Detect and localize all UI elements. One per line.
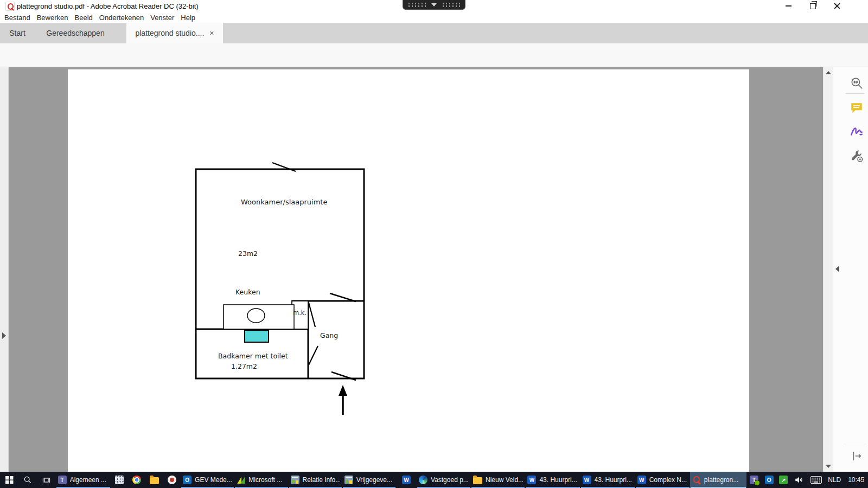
start-button[interactable] [0,472,18,488]
taskbar-item-chrome[interactable] [128,472,145,488]
living-room-label: Woonkamer/slaapruimte [241,198,327,206]
word-icon [583,476,591,484]
folder-icon [473,477,482,484]
menu-bewerken[interactable]: Bewerken [37,14,74,22]
tray-teams[interactable] [746,472,762,488]
title-bar: plattegrond studio.pdf - Adobe Acrobat R… [0,0,868,12]
menu-help[interactable]: Help [181,14,201,22]
tray-outlook[interactable] [762,472,776,488]
close-button[interactable] [825,0,849,11]
taskbar-item-word-huurprijs-2[interactable]: 43. Huurpri... [580,472,635,488]
calculator-icon [115,476,124,484]
living-room-area: 23m2 [238,249,258,258]
kitchen-label: Keuken [235,288,260,296]
search-icon [23,476,32,484]
taskbar-item-relatie[interactable]: Relatie Info... [289,472,342,488]
tab-document-label: plattegrond studio.... [135,29,204,37]
task-view-icon [42,476,51,485]
word-icon [402,476,411,484]
tray-volume[interactable] [791,472,807,488]
acrobat-icon [692,476,701,484]
screen-share-dock[interactable] [403,0,465,10]
taskbar-item-label: plattegron... [704,476,738,484]
window-title: plattegrond studio.pdf - Adobe Acrobat R… [17,2,199,10]
clock: 10:45 [848,476,864,484]
taskbar-item-label: Vastgoed p... [431,476,469,484]
fill-and-sign-icon[interactable] [850,124,864,138]
taskbar-item-folder-nieuw-veld[interactable]: Nieuw Veld... [471,472,525,488]
scroll-up-icon[interactable] [826,71,831,74]
pdf-page [68,69,749,472]
taskbar-item-label: 43. Huurpri... [595,476,632,484]
tab-gereedschappen[interactable]: Gereedschappen [35,23,116,43]
panel-divider [845,93,865,94]
taskbar-item-calculator[interactable] [111,472,128,488]
taskbar-item-outlook[interactable]: GEV Mede... [181,472,234,488]
more-tools-icon[interactable] [850,149,864,163]
hallway-label: Gang [320,331,338,339]
tab-close-icon[interactable]: × [209,29,214,37]
dynamics-icon [237,476,245,484]
comments-icon[interactable] [850,101,864,115]
menu-ondertekenen[interactable]: Ondertekenen [99,14,149,22]
search-document-icon[interactable] [850,76,864,90]
chrome-icon [132,476,141,484]
taskbar-item-pinned-app[interactable] [163,472,181,488]
tab-bar: Start Gereedschappen plattegrond studio.… [0,23,868,43]
taskbar-item-label: Nieuw Veld... [486,476,523,484]
restore-button[interactable] [801,0,825,11]
tray-touch-keyboard[interactable] [807,472,825,488]
left-panel-strip[interactable] [0,67,9,472]
windows-logo-icon [5,476,14,484]
minimize-button[interactable] [776,0,800,11]
taskbar-item-edge[interactable]: Vastgoed p... [417,472,471,488]
export-pdf-icon[interactable] [851,450,863,462]
tab-start[interactable]: Start [0,23,35,43]
menu-bestand[interactable]: Bestand [4,14,36,22]
taskbar-item-acrobat-active[interactable]: plattegron... [690,472,746,488]
taskbar-search-button[interactable] [18,472,37,488]
expand-right-panel-icon[interactable] [835,266,839,272]
restore-icon [810,3,816,9]
task-view-button[interactable] [37,472,55,488]
taskbar-item-label: Relatie Info... [303,476,340,484]
speaker-icon [794,475,804,485]
expand-left-panel-icon[interactable] [2,332,6,339]
menu-venster[interactable]: Venster [150,14,180,22]
shower-tray [245,330,269,342]
vertical-scrollbar[interactable] [823,67,833,472]
language-indicator: NLD [828,476,841,484]
crm-app-icon [291,476,299,484]
main-toolbar: 1 / 1 100% [0,43,868,67]
document-area [9,67,823,472]
tray-screen-share[interactable] [776,472,791,488]
menu-bar: Bestand Bewerken Beeld Ondertekenen Vens… [0,12,868,23]
meter-cupboard-label: m.k. [293,309,307,317]
entrance-arrow-head [339,385,347,396]
word-icon [637,476,646,484]
taskbar-item-dynamics[interactable]: Microsoft ... [234,472,288,488]
chevron-down-icon [431,3,437,7]
tab-tools-label: Gereedschappen [46,29,104,37]
word-icon [527,476,536,484]
tray-language[interactable]: NLD [825,472,844,488]
taskbar-item-vrijgegeven[interactable]: Vrijgegeve... [342,472,396,488]
taskbar-item-teams[interactable]: Algemeen ... [56,472,111,488]
taskbar-item-word-pinned[interactable] [396,472,417,488]
taskbar-item-word-complex[interactable]: Complex N... [635,472,690,488]
taskbar-item-label: Vrijgegeve... [356,476,392,484]
taskbar-item-explorer[interactable] [145,472,163,488]
tab-document[interactable]: plattegrond studio.... × [126,23,223,43]
screen-share-icon [779,476,788,484]
taskbar-item-word-huurprijs-1[interactable]: 43. Huurpri... [525,472,580,488]
kitchen-counter [224,305,294,329]
outlook-icon [183,476,192,484]
taskbar-item-label: GEV Mede... [195,476,232,484]
menu-beeld[interactable]: Beeld [75,14,98,22]
panel-divider [845,446,865,446]
edge-icon [419,476,427,484]
teams-status-icon [750,476,758,484]
tray-clock[interactable]: 10:45 [844,472,868,488]
acrobat-icon [5,2,15,11]
scroll-down-icon[interactable] [826,465,831,468]
